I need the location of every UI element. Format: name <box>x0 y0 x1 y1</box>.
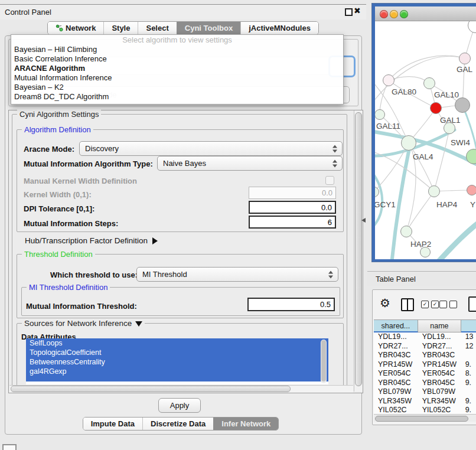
table-cell[interactable]: YDL19... <box>418 332 461 342</box>
mi-steps-input[interactable]: 6 <box>249 216 336 229</box>
table-cell[interactable] <box>461 351 476 360</box>
tab-network[interactable]: Network <box>48 22 103 34</box>
network-node-gal4[interactable] <box>401 135 416 151</box>
kernel-width-input[interactable]: 0.0 <box>249 187 336 199</box>
table-row[interactable]: YBR043CYBR043C <box>374 351 476 360</box>
float-window-icon[interactable] <box>345 8 353 16</box>
table-cell[interactable]: YER054C <box>374 369 418 379</box>
close-icon[interactable]: ✖ <box>354 6 361 15</box>
table-hscrollbar-thumb[interactable] <box>375 416 468 422</box>
tab-discretize-data[interactable]: Discretize Data <box>142 418 213 430</box>
document-icon[interactable] <box>468 296 476 312</box>
table-row[interactable]: YIL052CYIL052C9. <box>374 406 476 414</box>
hub-definition-toggle[interactable]: Hub/Transcription Factor Definition <box>25 236 158 245</box>
table-cell[interactable]: YER054C <box>418 369 461 379</box>
settings-vscrollbar-thumb[interactable] <box>355 112 362 386</box>
algorithm-option[interactable]: Dream8 DC_TDC Algorithm <box>11 92 343 102</box>
close-traffic-light-icon[interactable] <box>380 10 388 18</box>
mi-threshold-input[interactable]: 0.5 <box>247 298 335 311</box>
table-cell[interactable]: 9. <box>461 379 476 388</box>
network-node-gal1[interactable] <box>430 102 442 114</box>
table-cell[interactable]: YLR345W <box>374 397 418 406</box>
table-cell[interactable]: YIL052C <box>418 406 461 414</box>
table-cell[interactable]: YBR043C <box>374 351 418 360</box>
network-node-gal10[interactable] <box>423 77 435 89</box>
algorithm-option[interactable]: Mutual Information Inference <box>11 73 343 83</box>
table-cell[interactable]: YLR345W <box>418 397 461 406</box>
which-threshold-combobox[interactable]: MI Threshold <box>136 267 338 282</box>
table-cell[interactable]: YBL079W <box>418 387 461 397</box>
table-cell[interactable]: 8. <box>461 369 476 379</box>
table-row[interactable]: YLR345WYLR345W9. <box>374 397 476 406</box>
table-cell[interactable] <box>461 387 476 397</box>
table-cell[interactable]: 9. <box>461 397 476 406</box>
table-cell[interactable]: 9. <box>461 360 476 370</box>
zoom-traffic-light-icon[interactable] <box>400 10 408 18</box>
algorithm-option[interactable]: Basic Correlation Inference <box>11 54 343 64</box>
network-canvas[interactable]: GALGAL80GAL10GAL1GAL11GAL4SWI4GCY1HAP4YH… <box>375 21 476 259</box>
table-cell[interactable]: YBL079W <box>374 387 418 397</box>
data-attribute-item[interactable]: SelfLoops <box>26 338 328 348</box>
network-node[interactable] <box>444 122 455 134</box>
tab-impute-data[interactable]: Impute Data <box>83 418 142 430</box>
table-hscrollbar[interactable] <box>374 414 476 422</box>
data-attribute-item[interactable]: BetweennessCentrality <box>26 357 328 367</box>
tab-label: Network <box>66 24 96 32</box>
select-all-checkboxes-icon[interactable]: ✓ ✓ <box>421 301 439 308</box>
table-cell[interactable]: YDR27... <box>418 342 461 351</box>
table-row[interactable]: YBL079WYBL079W <box>374 387 476 397</box>
table-cell[interactable]: YPR145W <box>374 360 418 370</box>
table-cell[interactable]: 9. <box>461 406 476 414</box>
network-window-titlebar[interactable] <box>375 6 476 21</box>
algorithm-option[interactable]: Bayesian – Hill Climbing <box>11 45 343 54</box>
table-cell[interactable]: YDL19... <box>374 332 418 342</box>
table-cell[interactable]: YBR043C <box>418 351 461 360</box>
table-row[interactable]: YPR145WYPR145W9. <box>374 360 476 370</box>
sources-group-title[interactable]: Sources for Network Inference <box>22 319 145 328</box>
attributes-scrollbar-thumb[interactable] <box>321 340 326 381</box>
network-node-hap4[interactable] <box>428 185 440 197</box>
table-cell[interactable]: YPR145W <box>418 360 461 370</box>
table-cell[interactable]: 12 <box>461 342 476 351</box>
tab-infer-network[interactable]: Infer Network <box>213 418 278 430</box>
network-node[interactable] <box>420 247 431 257</box>
table-cell[interactable]: YDR27... <box>374 342 418 351</box>
algorithm-option[interactable]: Bayesian – K2 <box>11 83 343 92</box>
network-node-gal[interactable] <box>459 53 471 64</box>
table-cell[interactable]: 13 <box>461 332 476 342</box>
minimize-traffic-light-icon[interactable] <box>390 10 398 18</box>
algorithm-option[interactable]: ARACNE Algorithm <box>11 64 343 73</box>
column-header-shared-name[interactable]: shared... <box>374 319 418 332</box>
mi-type-combobox[interactable]: Naive Bayes <box>157 156 343 171</box>
table-row[interactable]: YDL19...YDL19...13 <box>374 332 476 342</box>
table-cell[interactable]: YBR045C <box>418 379 461 388</box>
data-attribute-item-partial[interactable] <box>26 376 328 381</box>
attributes-scrollbar[interactable] <box>321 340 327 383</box>
table-cell[interactable]: YIL052C <box>374 406 418 414</box>
split-columns-icon[interactable] <box>401 298 414 311</box>
network-view-window[interactable]: GALGAL80GAL10GAL1GAL11GAL4SWI4GCY1HAP4YH… <box>372 4 476 262</box>
table-cell[interactable]: YBR045C <box>374 379 418 388</box>
tab-style[interactable]: Style <box>103 22 138 34</box>
table-row[interactable]: YER054CYER054C8. <box>374 369 476 379</box>
tab-cyni-toolbox[interactable]: Cyni Toolbox <box>177 22 240 34</box>
table-row[interactable]: YDR27...YDR27...12 <box>374 342 476 351</box>
network-node-hap2[interactable] <box>400 226 412 237</box>
data-attribute-item[interactable]: TopologicalCoefficient <box>26 348 328 357</box>
gear-icon[interactable]: ⚙ <box>380 297 390 309</box>
aracne-mode-combobox[interactable]: Discovery <box>79 141 343 156</box>
apply-button[interactable]: Apply <box>158 398 201 413</box>
network-node[interactable] <box>455 97 470 113</box>
dpi-tolerance-input[interactable]: 0.0 <box>249 201 336 214</box>
tab-select[interactable]: Select <box>138 22 176 34</box>
deselect-checkboxes-icon[interactable] <box>439 301 457 308</box>
table-row[interactable]: YBR045CYBR045C9. <box>374 379 476 388</box>
column-header-name[interactable]: name <box>418 319 461 332</box>
tab-jactivemnodules[interactable]: jActiveMNodules <box>240 22 318 34</box>
data-attribute-item[interactable]: gal4RGexp <box>26 367 328 376</box>
settings-hscrollbar-thumb[interactable] <box>11 386 291 392</box>
column-header-cut[interactable] <box>461 319 476 332</box>
network-node-gal80[interactable] <box>383 74 395 86</box>
network-node-y[interactable] <box>467 185 476 195</box>
manual-kernel-checkbox[interactable] <box>325 176 334 185</box>
